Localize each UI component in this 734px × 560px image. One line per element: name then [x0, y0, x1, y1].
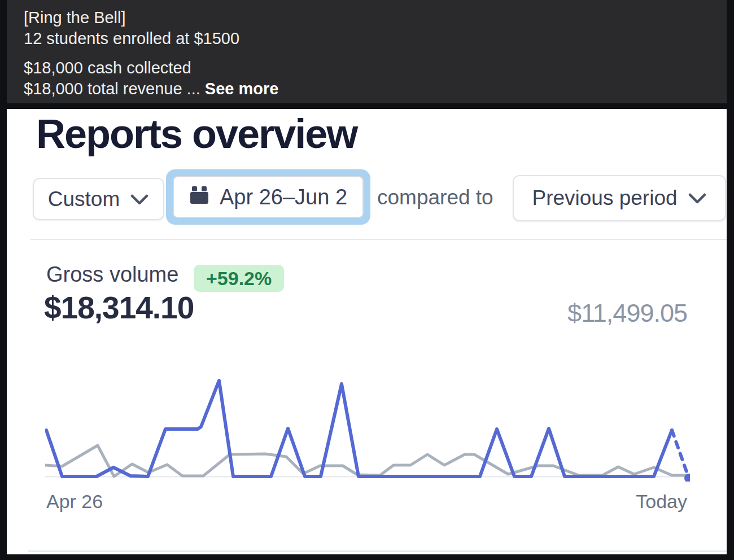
post-line-4-text: $18,000 total revenue ...	[24, 80, 205, 98]
x-axis-start-label: Apr 26	[46, 491, 103, 513]
gross-volume-chart	[45, 371, 690, 482]
social-post-text: [Ring the Bell] 12 students enrolled at …	[7, 0, 727, 103]
reports-panel: Reports overview Custom Apr 26–Jun 2 c	[7, 109, 727, 554]
date-range-button[interactable]: Apr 26–Jun 2	[173, 176, 364, 218]
post-line-3: $18,000 cash collected	[24, 58, 727, 78]
comparison-label: Previous period	[532, 186, 677, 210]
post-line-2: 12 students enrolled at $1500	[24, 28, 727, 49]
chevron-down-icon	[130, 187, 149, 211]
change-badge: +59.2%	[194, 265, 284, 292]
post-line-1: [Ring the Bell]	[24, 7, 727, 28]
date-preset-dropdown[interactable]: Custom	[33, 178, 164, 220]
screenshot-stage: [Ring the Bell] 12 students enrolled at …	[0, 0, 734, 560]
compared-to-label: compared to	[377, 186, 493, 209]
x-axis-end-label: Today	[636, 491, 687, 513]
date-range-focus-ring: Apr 26–Jun 2	[166, 169, 370, 225]
page-title: Reports overview	[36, 107, 357, 161]
filter-divider	[30, 239, 727, 240]
calendar-icon	[189, 185, 209, 210]
bottom-divider	[28, 550, 727, 552]
comparison-dropdown[interactable]: Previous period	[513, 175, 726, 221]
see-more-link[interactable]: See more	[205, 80, 279, 98]
chevron-down-icon	[688, 186, 707, 210]
post-line-4: $18,000 total revenue ... See more	[24, 78, 727, 99]
current-value: $18,314.10	[44, 290, 194, 326]
previous-value: $11,499.05	[567, 299, 687, 328]
date-range-label: Apr 26–Jun 2	[220, 185, 347, 209]
metric-label: Gross volume	[46, 262, 178, 287]
date-preset-label: Custom	[48, 187, 120, 211]
